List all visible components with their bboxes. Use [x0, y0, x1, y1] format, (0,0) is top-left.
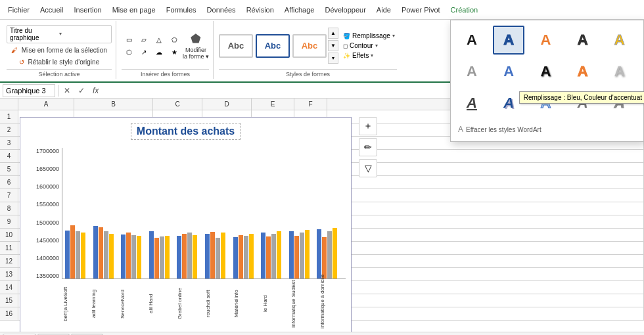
bar-s0-g2 [121, 234, 126, 279]
wordart-cell-10[interactable]: A [456, 89, 488, 118]
col-header-F[interactable]: F [294, 99, 327, 110]
shape-rect[interactable]: ▭ [122, 34, 136, 45]
row-header-3[interactable]: 3 [0, 137, 18, 150]
row-header-6[interactable]: 6 [0, 176, 18, 189]
bar-s1-g7 [266, 236, 271, 279]
shape-arrow[interactable]: ↗ [137, 46, 151, 58]
wordart-cell-7[interactable]: A [530, 57, 561, 86]
menu-fichier[interactable]: Fichier [3, 3, 35, 16]
modifier-forme-btn[interactable]: ⬟ Modifier la forme ▾ [183, 32, 209, 60]
cells-area: Montant des achats 1700000 1650000 16000… [18, 110, 644, 332]
format-selection-btn[interactable]: 🖌 Mise en forme de la sélection [9, 45, 110, 55]
menu-revision[interactable]: Révision [241, 3, 279, 16]
formula-cancel-btn[interactable]: ✕ [61, 85, 73, 97]
menu-accueil[interactable]: Accueil [35, 3, 68, 16]
wordart-cell-1[interactable]: A [493, 26, 524, 55]
wordart-cell-3[interactable]: A [567, 26, 599, 55]
row-header-5[interactable]: 5 [0, 163, 18, 176]
bar-s0-g0 [65, 231, 70, 279]
y-label-1400000: 1400000 [26, 255, 59, 261]
effets-btn[interactable]: ✨ Effets ▾ [341, 51, 397, 60]
shape-hexagon[interactable]: ⬡ [122, 46, 136, 58]
menu-aide[interactable]: Aide [371, 3, 396, 16]
chart-add-btn[interactable]: ＋ [359, 117, 377, 135]
wordart-cell-6[interactable]: A [493, 57, 524, 86]
wordart-cell-2[interactable]: A [530, 26, 561, 55]
col-header-B[interactable]: B [74, 99, 153, 110]
group-label-selection: Sélection active [7, 69, 112, 78]
style-nav-up[interactable]: ▲ [328, 28, 338, 39]
contour-arrow: ▾ [375, 43, 378, 49]
menu-creation[interactable]: Création [446, 3, 484, 16]
ribbon-group-styles: Abc Abc Abc ▲ ▼ ▾ 🪣 Remplissage ▾ [215, 21, 401, 79]
menu-mise-en-page[interactable]: Mise en page [107, 3, 161, 16]
x-label-3: alil Hard [148, 279, 174, 328]
x-label-5: rouchdi soft [205, 279, 231, 328]
wordart-cell-5[interactable]: A [456, 57, 488, 86]
chart-title-dropdown[interactable]: Titre du graphique ▾ [7, 25, 112, 43]
shape-parallelogram[interactable]: ▱ [137, 34, 151, 45]
chart-filter-btn[interactable]: ▽ [359, 159, 377, 177]
shape-pentagon[interactable]: ⬠ [167, 34, 181, 45]
wordart-cell-0[interactable]: A [456, 26, 488, 55]
contour-btn[interactable]: ◻ Contour ▾ [341, 41, 397, 50]
menu-affichage[interactable]: Affichage [279, 3, 320, 16]
row-header-10[interactable]: 10 [0, 229, 18, 242]
bar-group-3 [149, 231, 175, 279]
style-box-3[interactable]: Abc [292, 34, 327, 58]
style-boxes-container: Abc Abc Abc [219, 34, 327, 58]
y-label-1550000: 1550000 [26, 201, 59, 208]
col-header-C[interactable]: C [153, 99, 202, 110]
row-header-13[interactable]: 13 [0, 268, 18, 281]
row-header-1[interactable]: 1 [0, 110, 18, 123]
row-header-16[interactable]: 16 [0, 307, 18, 321]
wordart-cell-9[interactable]: A [604, 57, 635, 86]
paint-icon: 🖌 [11, 47, 18, 54]
shape-triangle[interactable]: △ [152, 34, 166, 45]
row-header-12[interactable]: 12 [0, 255, 18, 268]
menu-formules[interactable]: Formules [161, 3, 202, 16]
menu-developpeur[interactable]: Développeur [319, 3, 371, 16]
remplissage-btn[interactable]: 🪣 Remplissage ▾ [341, 32, 397, 40]
col-header-D[interactable]: D [202, 99, 252, 110]
formula-confirm-btn[interactable]: ✓ [76, 85, 87, 97]
bar-s3-g1 [109, 234, 114, 279]
bar-s0-g8 [289, 231, 294, 279]
bar-s1-g9 [322, 237, 327, 279]
x-label-6: MatérielInfo [233, 279, 260, 328]
wordart-cell-8[interactable]: A [567, 57, 599, 86]
chart-brush-btn[interactable]: ✏ [359, 138, 377, 156]
cell-ref-box[interactable]: Graphique 3 [3, 84, 55, 97]
forme-icon: ⬟ [191, 32, 201, 46]
bar-s3-g3 [165, 236, 170, 279]
chart-title[interactable]: Montant des achats [131, 123, 241, 140]
style-box-2[interactable]: Abc [256, 34, 290, 58]
row-header-2[interactable]: 2 [0, 123, 18, 137]
row-header-4[interactable]: 4 [0, 150, 18, 163]
row-header-14[interactable]: 14 [0, 281, 18, 294]
x-label-4: Grabel online [177, 279, 203, 328]
reset-style-btn[interactable]: ↺ Rétablir le style d'origine [16, 57, 102, 67]
x-label-1: adil learning [91, 279, 117, 328]
col-header-E[interactable]: E [252, 99, 294, 110]
row-header-15[interactable]: 15 [0, 294, 18, 307]
menu-power-pivot[interactable]: Power Pivot [396, 3, 446, 16]
col-header-A[interactable]: A [18, 99, 74, 110]
menu-donnees[interactable]: Données [202, 3, 241, 16]
clear-label: Effacer les styles WordArt [466, 126, 541, 133]
shape-star[interactable]: ★ [167, 46, 181, 58]
bar-s1-g2 [126, 233, 131, 279]
style-box-1[interactable]: Abc [219, 34, 253, 58]
shape-cloud[interactable]: ☁ [152, 46, 166, 58]
row-header-8[interactable]: 8 [0, 202, 18, 215]
wordart-clear-btn[interactable]: A Effacer les styles WordArt [456, 123, 638, 136]
row-header-11[interactable]: 11 [0, 242, 18, 255]
wordart-cell-4[interactable]: A [604, 26, 635, 55]
style-nav-down[interactable]: ▼ [328, 40, 338, 51]
style-nav-expand[interactable]: ▾ [328, 53, 338, 64]
chart-container[interactable]: Montant des achats 1700000 1650000 16000… [20, 117, 352, 332]
row-header-7[interactable]: 7 [0, 189, 18, 202]
bar-s0-g5 [205, 234, 210, 279]
row-header-9[interactable]: 9 [0, 215, 18, 229]
menu-insertion[interactable]: Insertion [68, 3, 106, 16]
